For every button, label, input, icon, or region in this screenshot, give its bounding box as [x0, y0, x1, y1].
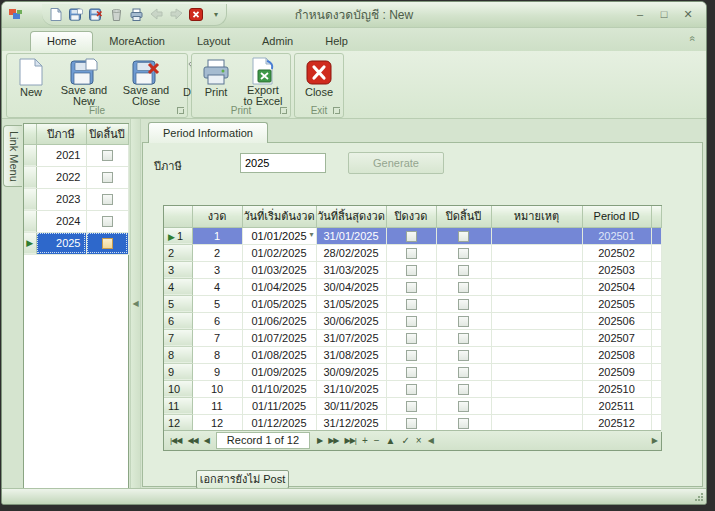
year-end-closed-checkbox[interactable] [458, 248, 469, 259]
minimize-button[interactable]: – [630, 7, 650, 23]
qat-delete-icon[interactable] [106, 5, 126, 23]
period-id-cell[interactable]: 202507 [582, 329, 651, 346]
year-end-closed-cell[interactable] [436, 278, 491, 295]
nav-prev-icon[interactable]: ◀ [201, 436, 212, 445]
start-date-cell[interactable]: 01/10/2025 [242, 380, 316, 397]
period-row[interactable]: 9901/09/202530/09/2025202509 [164, 363, 661, 380]
note-cell[interactable] [491, 414, 582, 431]
period-id-cell[interactable]: 202508 [582, 346, 651, 363]
period-row[interactable]: 101001/10/202531/10/2025202510 [164, 380, 661, 397]
year-end-closed-checkbox[interactable] [458, 299, 469, 310]
link-menu-tab[interactable]: Link Menu [3, 125, 22, 187]
end-date-cell[interactable]: 31/12/2025 [316, 414, 386, 431]
end-date-cell[interactable]: 30/11/2025 [316, 397, 386, 414]
period-number-cell[interactable]: 1 [192, 227, 242, 244]
scroll-left-icon[interactable]: ◀ [428, 436, 434, 445]
print-button[interactable]: Print [194, 56, 238, 104]
period-row[interactable]: 6601/06/202530/06/2025202506 [164, 312, 661, 329]
end-date-cell[interactable]: 31/05/2025 [316, 295, 386, 312]
period-row[interactable]: 8801/08/202531/08/2025202508 [164, 346, 661, 363]
period-row[interactable]: 5501/05/202531/05/2025202505 [164, 295, 661, 312]
note-cell[interactable] [491, 329, 582, 346]
year-cell[interactable]: 2024 [36, 210, 86, 232]
nav-cancel-edit-icon[interactable]: × [413, 435, 425, 446]
period-number-cell[interactable]: 5 [192, 295, 242, 312]
period-number-cell[interactable]: 3 [192, 261, 242, 278]
year-end-closed-cell[interactable] [436, 414, 491, 431]
horizontal-scrollbar[interactable]: ◀▶ [425, 436, 661, 445]
period-id-cell[interactable]: 202503 [582, 261, 651, 278]
year-end-closed-cell[interactable] [436, 380, 491, 397]
period-closed-checkbox[interactable] [406, 316, 417, 327]
print-dialog-launcher-icon[interactable] [280, 107, 287, 114]
period-closed-cell[interactable] [386, 244, 436, 261]
year-end-closed-checkbox[interactable] [458, 367, 469, 378]
year-row[interactable]: 2024 [24, 210, 128, 232]
period-number-cell[interactable]: 10 [192, 380, 242, 397]
qat-save-and-close-icon[interactable] [86, 5, 106, 23]
end-date-cell[interactable]: 31/08/2025 [316, 346, 386, 363]
year-end-closed-checkbox[interactable] [458, 265, 469, 276]
ribbon-collapse-icon[interactable]: « [688, 36, 699, 42]
period-closed-cell[interactable] [386, 227, 436, 244]
start-date-cell[interactable]: 01/09/2025 [242, 363, 316, 380]
year-row[interactable]: ▶2025 [24, 232, 128, 254]
start-date-cell[interactable]: 01/04/2025 [242, 278, 316, 295]
year-end-closed-cell[interactable] [86, 232, 128, 254]
nav-delete-icon[interactable]: − [371, 435, 383, 446]
year-end-closed-cell[interactable] [86, 188, 128, 210]
year-end-closed-cell[interactable] [436, 363, 491, 380]
tab-layout[interactable]: Layout [181, 32, 246, 51]
start-date-cell[interactable]: 01/02/2025 [242, 244, 316, 261]
resize-grip[interactable] [694, 492, 704, 502]
nav-end-edit-icon[interactable]: ✓ [398, 435, 412, 446]
tab-period-information[interactable]: Period Information [148, 122, 268, 143]
documents-not-posted-gl-button[interactable]: เอกสารยังไม่ Post GL [196, 470, 289, 489]
period-row[interactable]: ▶1101/01/2025▾31/01/2025202501 [164, 227, 661, 244]
period-closed-cell[interactable] [386, 312, 436, 329]
period-closed-checkbox[interactable] [406, 350, 417, 361]
start-date-cell[interactable]: 01/06/2025 [242, 312, 316, 329]
splitter-collapse-icon[interactable]: ◀ [132, 299, 138, 308]
start-date-cell[interactable]: 01/08/2025 [242, 346, 316, 363]
note-cell[interactable] [491, 227, 582, 244]
year-end-closed-cell[interactable] [86, 144, 128, 166]
note-cell[interactable] [491, 278, 582, 295]
close-button[interactable]: ✕ [678, 7, 698, 23]
period-number-cell[interactable]: 6 [192, 312, 242, 329]
period-closed-cell[interactable] [386, 261, 436, 278]
period-closed-cell[interactable] [386, 346, 436, 363]
period-closed-checkbox[interactable] [406, 384, 417, 395]
period-closed-checkbox[interactable] [406, 299, 417, 310]
period-id-header[interactable]: Period ID [582, 206, 651, 227]
tab-home[interactable]: Home [30, 31, 93, 51]
tax-year-input[interactable] [240, 153, 326, 173]
year-end-checkbox[interactable] [102, 238, 113, 249]
period-closed-checkbox[interactable] [406, 418, 417, 429]
period-closed-header[interactable]: ปิดงวด [386, 206, 436, 227]
period-number-cell[interactable]: 8 [192, 346, 242, 363]
year-end-closed-checkbox[interactable] [458, 333, 469, 344]
period-closed-checkbox[interactable] [406, 367, 417, 378]
end-date-cell[interactable]: 30/06/2025 [316, 312, 386, 329]
year-end-closed-cell[interactable] [436, 295, 491, 312]
year-cell[interactable]: 2021 [36, 144, 86, 166]
period-closed-checkbox[interactable] [406, 401, 417, 412]
period-number-cell[interactable]: 4 [192, 278, 242, 295]
qat-dropdown-icon[interactable]: ▾ [210, 10, 222, 19]
period-closed-cell[interactable] [386, 363, 436, 380]
year-row[interactable]: 2021 [24, 144, 128, 166]
nav-next-page-icon[interactable]: ▶▶ [325, 436, 341, 445]
year-end-closed-cell[interactable] [86, 166, 128, 188]
note-cell[interactable] [491, 397, 582, 414]
year-end-closed-checkbox[interactable] [458, 350, 469, 361]
year-end-closed-checkbox[interactable] [458, 418, 469, 429]
start-date-header[interactable]: วันที่เริ่มต้นงวด [242, 206, 316, 227]
date-dropdown-icon[interactable]: ▾ [309, 230, 313, 239]
period-id-cell[interactable]: 202510 [582, 380, 651, 397]
tab-help[interactable]: Help [309, 32, 364, 51]
end-date-cell[interactable]: 31/10/2025 [316, 380, 386, 397]
period-closed-cell[interactable] [386, 414, 436, 431]
end-date-cell[interactable]: 31/03/2025 [316, 261, 386, 278]
save-and-close-button[interactable]: Save and Close [115, 56, 177, 104]
